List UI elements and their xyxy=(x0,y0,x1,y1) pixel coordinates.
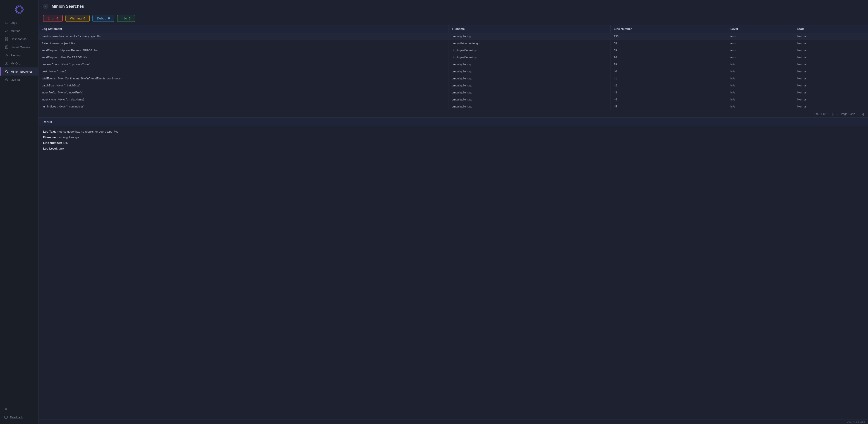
back-button[interactable]: ‹ xyxy=(43,4,49,9)
sidebar-item-dashboards-label: Dashboards xyxy=(11,37,27,41)
result-log-text-row: Log Text: metrics query has no results f… xyxy=(43,130,864,133)
table-row[interactable]: processCount : %+v\n", processCount)cmd/… xyxy=(38,61,868,68)
pagination-bar: 1 to 11 of 13 |‹ ‹ Page 1 of 2 › ›| xyxy=(38,110,868,118)
table-row[interactable]: totalEvents : %+v. Continuous: %+v\n", t… xyxy=(38,75,868,82)
table-row[interactable]: metrics query has no results for query t… xyxy=(38,33,868,40)
table-row[interactable]: indexPrefix : %+v\n", indexPrefix)cmd/si… xyxy=(38,89,868,96)
result-line-number-label: Line Number: xyxy=(43,141,62,144)
table-cell-3: error xyxy=(727,33,794,40)
log-table: Log Statement Filename Line Number Level… xyxy=(38,25,868,110)
table-cell-0: indexName : %+v\n", indexName) xyxy=(38,96,449,103)
filter-error-label: Error xyxy=(48,17,55,20)
filter-error-badge[interactable]: Error 0 xyxy=(43,15,63,22)
pagination-first[interactable]: |‹ xyxy=(831,112,835,116)
table-row[interactable]: numIndices : %+v\n", numIndices)cmd/sigc… xyxy=(38,103,868,110)
sidebar-item-saved-queries-label: Saved Queries xyxy=(11,45,30,49)
table-cell-4: Normal xyxy=(794,75,868,82)
filter-warning-label: Warning xyxy=(70,17,82,20)
table-row[interactable]: Failed to marshal json! %vcmd/utils/conv… xyxy=(38,40,868,47)
table-cell-3: info xyxy=(727,82,794,89)
table-row[interactable]: sendRequest: client.Do ERROR: %vpkg/inge… xyxy=(38,54,868,61)
dashboards-icon xyxy=(5,37,8,41)
result-log-level-value: error xyxy=(59,147,65,150)
alerting-icon xyxy=(5,54,8,57)
table-row[interactable]: sendRequest: http.NewRequest ERROR: %vpk… xyxy=(38,47,868,54)
svg-line-21 xyxy=(7,72,8,73)
page-header: ‹ Minion Searches xyxy=(38,0,868,12)
result-log-level-row: Log Level: error xyxy=(43,147,864,150)
table-cell-1: cmd/sigclient.go xyxy=(449,96,611,103)
table-cell-0: metrics query has no results for query t… xyxy=(38,33,449,40)
table-cell-2: 39 xyxy=(611,61,727,68)
table-row[interactable]: dest : %+v\n", dest)cmd/sigclient.go40in… xyxy=(38,68,868,75)
table-cell-3: info xyxy=(727,75,794,82)
sidebar-item-my-org-label: My Org xyxy=(11,62,20,65)
table-cell-0: sendRequest: http.NewRequest ERROR: %v xyxy=(38,47,449,54)
sidebar-item-metrics[interactable]: Metrics xyxy=(0,27,38,35)
svg-point-5 xyxy=(5,23,6,23)
nav-menu: Logs Metrics Dashboards Saved Queries Al… xyxy=(0,19,38,84)
live-tail-icon xyxy=(5,78,8,81)
table-cell-0: Failed to marshal json! %v xyxy=(38,40,449,47)
table-cell-3: error xyxy=(727,40,794,47)
result-filename-value: cmd/sigclient.go xyxy=(58,135,79,139)
logs-icon xyxy=(5,21,8,25)
table-cell-3: info xyxy=(727,89,794,96)
sidebar-item-alerting[interactable]: Alerting xyxy=(0,51,38,59)
result-header: Result xyxy=(38,118,868,126)
table-row[interactable]: batchSize : %+v\n", batchSize)cmd/sigcli… xyxy=(38,82,868,89)
table-cell-2: 58 xyxy=(611,40,727,47)
table-row[interactable]: indexName : %+v\n", indexName)cmd/sigcli… xyxy=(38,96,868,103)
minion-searches-icon xyxy=(5,70,8,73)
feedback-icon xyxy=(4,415,8,419)
table-cell-2: 74 xyxy=(611,54,727,61)
table-cell-0: dest : %+v\n", dest) xyxy=(38,68,449,75)
sidebar-item-minion-searches-label: Minion Searches xyxy=(11,70,33,73)
result-line-number-value: 136 xyxy=(63,141,68,144)
filter-debug-badge[interactable]: Debug 0 xyxy=(92,15,114,22)
result-panel: Result Log Text: metrics query has no re… xyxy=(38,118,868,419)
col-log-statement: Log Statement xyxy=(38,25,449,33)
result-log-text-label: Log Text: xyxy=(43,130,56,133)
table-cell-4: Normal xyxy=(794,96,868,103)
table-cell-1: cmd/sigclient.go xyxy=(449,82,611,89)
log-table-container: Log Statement Filename Line Number Level… xyxy=(38,25,868,110)
table-cell-4: Normal xyxy=(794,47,868,54)
result-log-text-value: metrics query has no results for query t… xyxy=(57,130,118,133)
sidebar-item-live-tail[interactable]: Live Tail xyxy=(0,75,38,84)
filter-warning-badge[interactable]: Warning 0 xyxy=(65,15,90,22)
filter-bar: Error 0 Warning 0 Debug 0 Info 0 xyxy=(38,12,868,25)
svg-point-7 xyxy=(5,23,6,24)
table-cell-2: 43 xyxy=(611,89,727,96)
svg-point-24 xyxy=(5,409,6,410)
feedback-link[interactable]: Feedback xyxy=(0,413,38,421)
sidebar-item-minion-searches[interactable]: Minion Searches xyxy=(0,67,38,75)
sidebar-item-dashboards[interactable]: Dashboards xyxy=(0,35,38,43)
table-cell-1: pkg/ingest/ingest.go xyxy=(449,47,611,54)
theme-toggle[interactable] xyxy=(0,405,38,413)
table-cell-0: sendRequest: client.Do ERROR: %v xyxy=(38,54,449,61)
feedback-label: Feedback xyxy=(10,416,23,419)
sidebar-item-logs[interactable]: Logs xyxy=(0,19,38,27)
filter-info-label: Info xyxy=(122,17,127,20)
sidebar-item-my-org[interactable]: My Org xyxy=(0,59,38,67)
filter-info-badge[interactable]: Info 0 xyxy=(117,15,135,22)
table-cell-2: 136 xyxy=(611,33,727,40)
table-cell-2: 45 xyxy=(611,103,727,110)
sidebar-bottom: Feedback xyxy=(0,405,38,421)
pagination-next[interactable]: › xyxy=(857,112,859,116)
pagination-last[interactable]: ›| xyxy=(861,112,865,116)
filter-error-count: 0 xyxy=(56,17,58,20)
pagination-prev[interactable]: ‹ xyxy=(836,112,839,116)
table-cell-4: Normal xyxy=(794,82,868,89)
table-cell-2: 40 xyxy=(611,68,727,75)
table-cell-4: Normal xyxy=(794,103,868,110)
svg-point-3 xyxy=(5,22,6,22)
sidebar-item-saved-queries[interactable]: Saved Queries xyxy=(0,43,38,51)
table-cell-0: totalEvents : %+v. Continuous: %+v\n", t… xyxy=(38,75,449,82)
table-cell-0: processCount : %+v\n", processCount) xyxy=(38,61,449,68)
table-cell-3: info xyxy=(727,68,794,75)
table-cell-1: cmd/sigclient.go xyxy=(449,103,611,110)
table-cell-3: info xyxy=(727,103,794,110)
svg-rect-29 xyxy=(4,416,7,418)
